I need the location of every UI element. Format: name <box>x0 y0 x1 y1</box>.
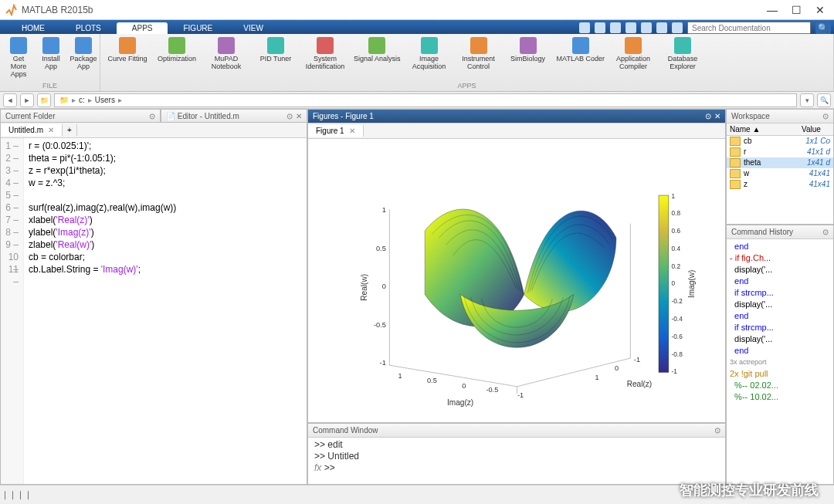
app-pid-tuner[interactable]: PID Tuner <box>252 36 300 65</box>
search-button[interactable]: 🔍 <box>815 22 831 34</box>
tab-home[interactable]: HOME <box>6 22 60 34</box>
status-bar: ⎸⎸⎸⎸ 智能测控专业研发前线 <box>0 485 834 504</box>
figure-tab[interactable]: Figure 1✕ <box>308 125 364 137</box>
xlabel: Imag(z) <box>447 398 473 407</box>
panel-menu-icon[interactable]: ⊙ <box>286 112 293 120</box>
back-button[interactable]: ◄ <box>3 93 17 107</box>
app-matlab-coder[interactable]: MATLAB Coder <box>554 36 608 65</box>
svg-text:-0.2: -0.2 <box>671 299 683 306</box>
app-mupad-notebook[interactable]: MuPAD Notebook <box>202 36 250 73</box>
svg-text:0: 0 <box>381 283 385 291</box>
zlabel: Real(w) <box>359 274 368 301</box>
panel-close-icon[interactable]: ✕ <box>296 112 302 120</box>
app-system-identification[interactable]: System Identification <box>301 36 349 73</box>
figures-header: Figures - Figure 1 ⊙ ✕ <box>308 110 725 123</box>
command-window-header: Command Window ⊙ <box>308 424 725 438</box>
editor-tab[interactable]: Untitled.m✕ <box>1 124 63 136</box>
svg-text:-0.6: -0.6 <box>671 334 683 341</box>
code-editor[interactable]: 1 –2 –3 –4 –5 –6 –7 –8 –9 –10 –11 – r = … <box>1 138 307 484</box>
command-window[interactable]: >> edit >> Untitled fx >> <box>308 438 725 484</box>
panel-menu-icon[interactable]: ⊙ <box>149 112 155 120</box>
svg-rect-13 <box>658 195 668 372</box>
ribbon: Get More Apps Install App Package App FI… <box>0 34 834 92</box>
qat-icon[interactable] <box>579 22 590 33</box>
minimize-button[interactable]: — <box>767 4 778 16</box>
main-area: Current Folder ⊙ 📄 Editor - Untitled.m ⊙… <box>0 109 834 485</box>
path-bar: ◄ ► 📁 📁 ▸ c: ▸ Users ▸ ▾ 🔍 <box>0 92 834 109</box>
app-database-explorer[interactable]: Database Explorer <box>659 36 707 73</box>
close-icon[interactable]: ✕ <box>349 127 355 135</box>
package-app-button[interactable]: Package App <box>68 36 99 73</box>
path-dropdown[interactable]: ▾ <box>800 93 814 107</box>
qat-icon[interactable] <box>626 22 636 33</box>
qat-icon[interactable] <box>656 22 667 33</box>
panel-menu-icon[interactable]: ⊙ <box>822 112 829 120</box>
workspace-var[interactable]: w41x41 <box>727 168 833 179</box>
tab-plots[interactable]: PLOTS <box>60 22 117 34</box>
current-folder-header: Current Folder ⊙ <box>0 109 161 123</box>
qat-icon[interactable] <box>641 22 652 33</box>
app-instrument-control[interactable]: Instrument Control <box>455 36 503 73</box>
ribbon-group-file: FILE <box>3 82 97 90</box>
close-button[interactable]: ✕ <box>815 4 825 16</box>
panel-close-icon[interactable]: ✕ <box>714 112 720 120</box>
colorbar-label: Imag(w) <box>687 270 695 298</box>
app-curve-fitting[interactable]: Curve Fitting <box>103 36 151 65</box>
svg-text:0.2: 0.2 <box>671 263 680 270</box>
tab-apps[interactable]: APPS <box>117 22 168 34</box>
editor-header: 📄 Editor - Untitled.m ⊙ ✕ <box>161 109 307 123</box>
app-image-acquisition[interactable]: Image Acquisition <box>405 36 453 73</box>
ylabel: Real(z) <box>626 380 651 388</box>
maximize-button[interactable]: ☐ <box>792 4 802 16</box>
install-app-button[interactable]: Install App <box>36 36 66 73</box>
tab-figure[interactable]: FIGURE <box>168 22 228 34</box>
close-icon[interactable]: ✕ <box>48 126 54 134</box>
workspace-var[interactable]: r41x1 d <box>727 147 833 157</box>
svg-text:0: 0 <box>671 281 675 288</box>
search-path-button[interactable]: 🔍 <box>817 93 831 107</box>
svg-text:0: 0 <box>462 382 466 390</box>
command-history-list[interactable]: end- if fig.Ch... display('... end if st… <box>727 239 833 404</box>
help-icon[interactable] <box>672 22 683 33</box>
workspace-header: Workspace ⊙ <box>727 110 833 123</box>
workspace-var[interactable]: cb1x1 Co <box>727 136 833 147</box>
app-signal-analysis[interactable]: Signal Analysis <box>351 36 404 65</box>
app-application-compiler[interactable]: Application Compiler <box>609 36 657 73</box>
workspace-var[interactable]: theta1x41 d <box>727 157 833 168</box>
svg-text:-1: -1 <box>379 360 385 367</box>
panel-menu-icon[interactable]: ⊙ <box>705 112 711 120</box>
workspace-columns[interactable]: Name ▲ Value <box>727 123 833 136</box>
title-bar: MATLAB R2015b — ☐ ✕ <box>0 0 834 20</box>
forward-button[interactable]: ► <box>20 93 34 107</box>
svg-text:1: 1 <box>595 374 598 381</box>
qat-icon[interactable] <box>595 22 605 33</box>
svg-text:-1: -1 <box>671 369 677 376</box>
svg-text:1: 1 <box>671 193 675 200</box>
new-tab-button[interactable]: + <box>63 124 77 136</box>
panel-menu-icon[interactable]: ⊙ <box>714 426 720 435</box>
svg-text:-0.8: -0.8 <box>671 352 683 359</box>
search-documentation-input[interactable] <box>687 22 811 34</box>
qat-icon[interactable] <box>610 22 621 33</box>
svg-text:0.8: 0.8 <box>671 210 680 217</box>
tab-view[interactable]: VIEW <box>228 22 279 34</box>
svg-text:-0.4: -0.4 <box>671 316 683 323</box>
svg-text:0.5: 0.5 <box>376 245 386 252</box>
svg-text:-1: -1 <box>633 356 639 364</box>
app-optimization[interactable]: Optimization <box>153 36 201 65</box>
command-history-header: Command History ⊙ <box>727 225 833 239</box>
up-button[interactable]: 📁 <box>37 93 51 107</box>
panel-menu-icon[interactable]: ⊙ <box>822 228 829 236</box>
address-bar[interactable]: 📁 ▸ c: ▸ Users ▸ <box>54 93 797 107</box>
surface-plot: 1 0.5 0 -0.5 -1 Real(w) 1 0.5 0 -0.5 <box>319 153 715 408</box>
ribbon-tabstrip: HOME PLOTS APPS FIGURE VIEW 🔍 <box>0 20 834 34</box>
figure-canvas[interactable]: 1 0.5 0 -0.5 -1 Real(w) 1 0.5 0 -0.5 <box>308 139 725 422</box>
workspace-var[interactable]: z41x41 <box>727 179 833 190</box>
window-title: MATLAB R2015b <box>22 5 767 15</box>
get-more-apps-button[interactable]: Get More Apps <box>3 36 34 80</box>
editor-tabs: Untitled.m✕ + <box>1 123 307 138</box>
svg-text:-1: -1 <box>517 391 524 399</box>
app-simbiology[interactable]: SimBiology <box>504 36 552 65</box>
busy-indicator-icon: ⎸⎸⎸⎸ <box>5 490 36 500</box>
ribbon-group-apps: APPS <box>103 82 830 90</box>
